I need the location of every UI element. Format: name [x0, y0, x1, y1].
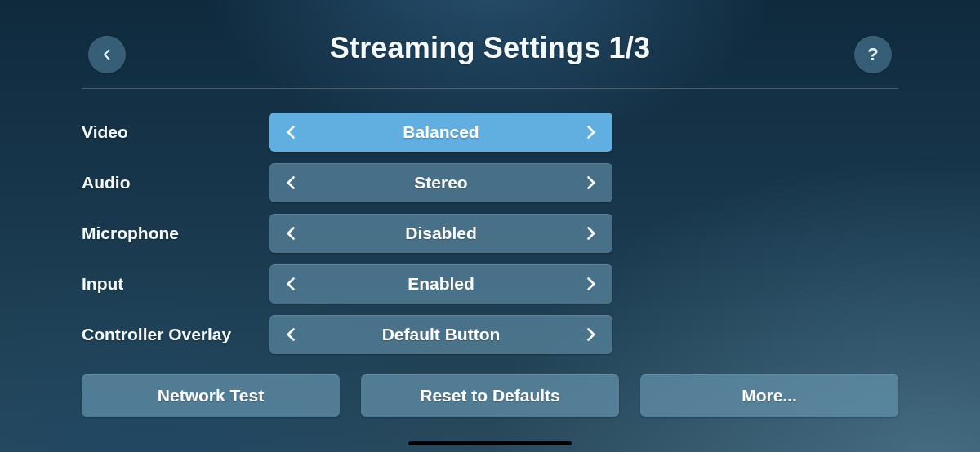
selector-prev[interactable] [270, 315, 314, 354]
setting-label: Controller Overlay [82, 325, 270, 344]
setting-label: Input [82, 274, 270, 294]
selector-prev[interactable] [270, 214, 314, 253]
setting-selector-input[interactable]: Enabled [270, 264, 612, 304]
setting-value: Balanced [314, 122, 568, 142]
selector-next[interactable] [568, 113, 612, 152]
home-indicator [408, 441, 572, 445]
setting-row-input: Input Enabled [82, 259, 898, 309]
setting-selector-microphone[interactable]: Disabled [270, 214, 612, 253]
chevron-left-icon [283, 122, 300, 142]
setting-row-controller-overlay: Controller Overlay Default Button [82, 309, 898, 360]
more-button[interactable]: More... [640, 374, 898, 417]
chevron-left-icon [283, 325, 300, 344]
setting-value: Enabled [314, 274, 568, 294]
help-icon: ? [867, 44, 878, 65]
setting-label: Video [82, 122, 270, 142]
setting-selector-video[interactable]: Balanced [270, 113, 612, 152]
settings-list: Video Balanced Audio Stereo Microphone [0, 89, 980, 360]
setting-row-audio: Audio Stereo [82, 157, 898, 208]
setting-selector-controller-overlay[interactable]: Default Button [270, 315, 612, 354]
chevron-left-icon [283, 224, 300, 243]
chevron-right-icon [582, 224, 599, 243]
header: Streaming Settings 1/3 ? [0, 0, 980, 82]
setting-label: Audio [82, 173, 270, 193]
chevron-left-icon [283, 173, 300, 193]
selector-prev[interactable] [270, 264, 314, 304]
setting-label: Microphone [82, 224, 270, 243]
chevron-right-icon [582, 274, 599, 294]
setting-value: Default Button [314, 325, 568, 344]
setting-selector-audio[interactable]: Stereo [270, 163, 612, 202]
footer: Network Test Reset to Defaults More... [0, 360, 980, 417]
selector-prev[interactable] [270, 113, 314, 152]
selector-next[interactable] [568, 264, 612, 304]
selector-next[interactable] [568, 163, 612, 202]
back-button[interactable] [88, 36, 126, 73]
selector-next[interactable] [568, 214, 612, 253]
network-test-button[interactable]: Network Test [82, 374, 340, 417]
chevron-right-icon [582, 122, 599, 142]
chevron-right-icon [582, 173, 599, 193]
setting-row-video: Video Balanced [82, 107, 898, 157]
setting-value: Disabled [314, 224, 568, 243]
chevron-left-icon [100, 47, 114, 62]
setting-value: Stereo [314, 173, 568, 193]
chevron-left-icon [283, 274, 300, 294]
selector-next[interactable] [568, 315, 612, 354]
chevron-right-icon [582, 325, 599, 344]
reset-defaults-button[interactable]: Reset to Defaults [361, 374, 619, 417]
help-button[interactable]: ? [854, 36, 892, 73]
selector-prev[interactable] [270, 163, 314, 202]
page-title: Streaming Settings 1/3 [330, 31, 651, 65]
setting-row-microphone: Microphone Disabled [82, 208, 898, 259]
